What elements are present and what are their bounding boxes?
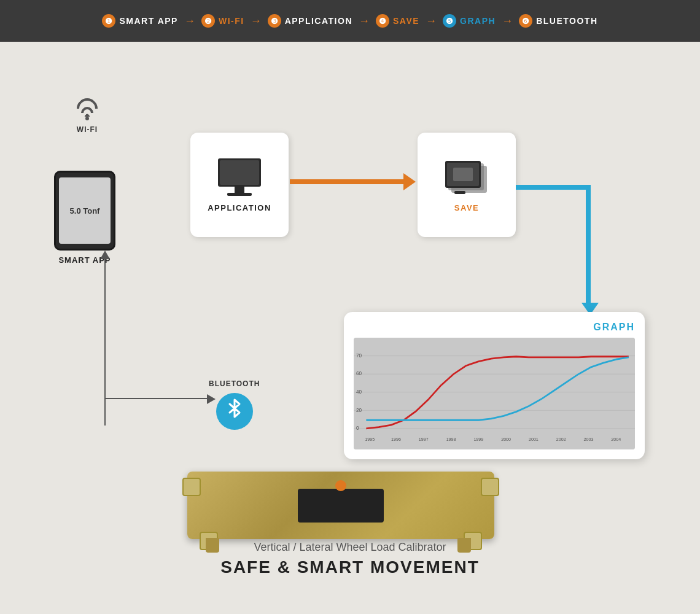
svg-text:1999: 1999	[473, 437, 483, 442]
arrow-1: →	[184, 15, 195, 28]
wifi-dot	[85, 117, 89, 120]
arrow-5: →	[502, 15, 513, 28]
orange-flow-arrow	[290, 174, 416, 189]
save-svg	[442, 157, 491, 197]
svg-text:40: 40	[356, 389, 362, 395]
save-box: SAVE	[418, 133, 516, 237]
arrow-4: →	[426, 15, 437, 28]
application-box: APPLICATION	[190, 133, 289, 237]
wifi-label: WI-FI	[77, 125, 98, 134]
step-5-label: GRAPH	[460, 16, 496, 26]
step-1: ❶ SMART APP	[102, 14, 177, 28]
svg-rect-1	[220, 160, 259, 185]
monitor-icon	[215, 157, 264, 197]
svg-text:20: 20	[356, 406, 362, 413]
svg-text:2002: 2002	[556, 437, 566, 442]
svg-text:2001: 2001	[529, 437, 539, 442]
bluetooth-icon	[216, 393, 253, 430]
step-4: ❹ SAVE	[376, 14, 419, 28]
svg-text:1998: 1998	[446, 437, 456, 442]
wifi-section: WI-FI	[72, 97, 102, 134]
svg-rect-3	[227, 193, 252, 196]
bluetooth-connection-line	[104, 398, 212, 399]
arrow-3: →	[359, 15, 370, 28]
device-center-unit	[298, 489, 384, 523]
device-corner-tl	[182, 478, 201, 496]
orange-arrow-line	[290, 179, 403, 184]
step-6-label: BLUETOOTH	[536, 16, 597, 26]
svg-text:2000: 2000	[501, 437, 511, 442]
bluetooth-section: BLUETOOTH	[209, 379, 260, 430]
blue-arrow-horizontal	[516, 185, 589, 190]
step-3-label: APPLICATION	[285, 16, 352, 26]
bluetooth-arrow	[207, 394, 216, 404]
monitor-svg	[215, 157, 264, 197]
step-5-number: ❺	[443, 14, 456, 28]
orange-arrow-head	[403, 173, 416, 190]
svg-rect-2	[235, 187, 244, 193]
step-3: ❸ APPLICATION	[268, 14, 352, 28]
tablet-device: 5.0 Tonf	[54, 171, 115, 251]
svg-text:1995: 1995	[365, 437, 375, 442]
blue-arrow-vertical	[586, 185, 591, 308]
step-3-number: ❸	[268, 14, 281, 28]
svg-rect-9	[454, 191, 465, 194]
svg-text:1996: 1996	[391, 437, 401, 442]
device-corner-tr	[481, 478, 499, 496]
device-main-title: SAFE & SMART MOVEMENT	[0, 558, 700, 577]
step-6-number: ❻	[519, 14, 532, 28]
svg-text:0: 0	[356, 425, 359, 432]
step-1-label: SMART APP	[119, 16, 177, 26]
wifi-icon	[72, 97, 102, 120]
application-label: APPLICATION	[208, 203, 271, 212]
top-navigation-bar: ❶ SMART APP → ❷ WI-FI → ❸ APPLICATION → …	[0, 0, 700, 42]
step-2: ❷ WI-FI	[201, 14, 244, 28]
device-illustration	[187, 472, 494, 539]
vertical-arrow-up	[100, 251, 110, 259]
svg-text:60: 60	[356, 370, 362, 377]
tablet-screen: 5.0 Tonf	[59, 177, 111, 244]
arrow-2: →	[251, 15, 262, 28]
svg-text:1997: 1997	[419, 437, 429, 442]
bottom-text-section: Vertical / Lateral Wheel Load Calibrator…	[0, 541, 700, 577]
save-label: SAVE	[454, 203, 479, 212]
svg-text:70: 70	[356, 352, 362, 359]
bluetooth-label: BLUETOOTH	[209, 379, 260, 388]
graph-area: 0 20 40 60 70 1995 1996 1997 1998 1999 2…	[354, 338, 635, 449]
step-2-number: ❷	[201, 14, 215, 28]
step-5: ❺ GRAPH	[443, 14, 496, 28]
device-photo	[172, 465, 510, 545]
svg-rect-8	[453, 168, 473, 181]
step-2-label: WI-FI	[219, 16, 244, 26]
svg-rect-10	[354, 338, 635, 449]
svg-text:2004: 2004	[611, 437, 621, 442]
device-subtitle: Vertical / Lateral Wheel Load Calibrator	[0, 541, 700, 554]
vertical-connection-line	[104, 254, 106, 426]
graph-svg: 0 20 40 60 70 1995 1996 1997 1998 1999 2…	[354, 338, 635, 449]
bluetooth-symbol	[226, 398, 243, 425]
svg-text:2003: 2003	[584, 437, 594, 442]
device-sensor-top	[335, 480, 346, 491]
graph-box: GRAPH 0 20 40 60 70	[344, 312, 645, 459]
step-4-label: SAVE	[393, 16, 419, 26]
tablet-value: 5.0 Tonf	[70, 206, 100, 216]
save-icon	[442, 157, 491, 197]
step-4-number: ❹	[376, 14, 389, 28]
step-6: ❻ BLUETOOTH	[519, 14, 597, 28]
main-content: WI-FI 5.0 Tonf SMART APP APPLICATION	[0, 42, 700, 614]
step-1-number: ❶	[102, 14, 115, 28]
graph-title: GRAPH	[354, 322, 635, 333]
